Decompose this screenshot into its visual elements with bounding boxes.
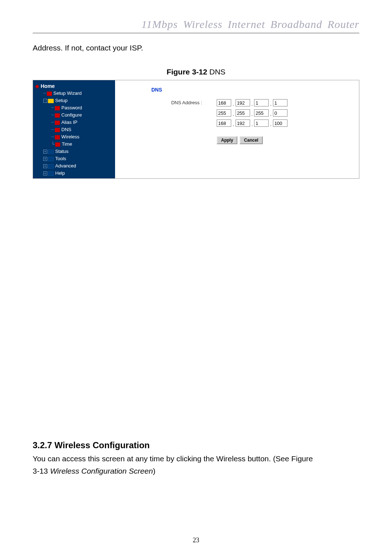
sidebar-item-password[interactable]: ┈Password (35, 104, 115, 112)
dns-2-octet-1[interactable] (217, 109, 231, 117)
expand-icon[interactable]: + (43, 164, 47, 168)
doc-icon (55, 128, 60, 132)
doc-icon (55, 142, 60, 147)
figure: ◆Home ┈Setup Wizard −Setup ┈Password ┈Co… (33, 80, 359, 179)
dns-row-2: . . . (217, 109, 287, 117)
sidebar-item-label: Setup (55, 98, 68, 103)
dot: . (232, 101, 234, 107)
dot: . (270, 122, 272, 127)
sidebar-item-label: Time (62, 141, 72, 147)
dns-row-1: . . . (217, 99, 287, 106)
folder-closed-icon (48, 164, 54, 169)
sidebar: ◆Home ┈Setup Wizard −Setup ┈Password ┈Co… (33, 80, 115, 178)
sidebar-item-wireless[interactable]: ┈Wireless (35, 133, 115, 141)
sidebar-item-tools[interactable]: +Tools (35, 155, 115, 162)
dns-address-label: DNS Address : (151, 99, 202, 105)
sidebar-home[interactable]: ◆Home (35, 83, 115, 89)
dot: . (232, 122, 234, 127)
doc-icon (55, 135, 60, 139)
sidebar-item-label: Setup Wizard (53, 90, 82, 96)
sidebar-item-label: Advanced (55, 163, 76, 169)
apply-button[interactable]: Apply (217, 136, 237, 144)
section-body-3: ) (153, 467, 155, 475)
main-panel: DNS DNS Address : . . . . . . . . (115, 80, 359, 178)
sidebar-item-help[interactable]: +Help (35, 170, 115, 177)
dot: . (251, 122, 253, 127)
dns-1-octet-1[interactable] (217, 99, 231, 106)
sidebar-item-setup-wizard[interactable]: ┈Setup Wizard (35, 90, 115, 97)
dns-3-octet-1[interactable] (217, 119, 231, 127)
dot: . (251, 112, 253, 117)
dot: . (251, 101, 253, 107)
dns-2-octet-2[interactable] (236, 109, 250, 117)
sidebar-item-dns[interactable]: ┈DNS (35, 126, 115, 133)
section-body: You can access this screen at any time b… (33, 453, 359, 477)
dns-3-octet-2[interactable] (236, 119, 250, 127)
intro-text: Address. If not, contact your ISP. (33, 44, 359, 52)
sidebar-item-time[interactable]: └Time (35, 141, 115, 148)
sidebar-item-label: DNS (61, 127, 71, 132)
folder-open-icon (48, 99, 54, 103)
dns-3-octet-3[interactable] (254, 119, 269, 127)
sidebar-item-label: Help (55, 170, 65, 176)
dot: . (232, 112, 234, 117)
sidebar-item-label: Status (55, 149, 69, 154)
expand-icon[interactable]: + (43, 150, 47, 154)
expand-icon[interactable]: + (43, 157, 47, 161)
expand-icon[interactable]: + (43, 171, 47, 175)
folder-closed-icon (48, 150, 54, 154)
doc-icon (55, 106, 60, 110)
doc-icon (55, 113, 60, 118)
page-header: 11Mbps Wireless Internet Broadband Route… (33, 18, 359, 33)
dns-row-3: . . . (217, 119, 287, 127)
doc-icon (47, 92, 52, 96)
dns-3-octet-4[interactable] (273, 119, 287, 127)
collapse-icon[interactable]: − (43, 99, 47, 103)
section-body-1: You can access this screen at any time b… (33, 454, 313, 463)
dns-1-octet-4[interactable] (273, 99, 287, 106)
panel-title: DNS (151, 87, 352, 93)
home-label: Home (41, 83, 55, 89)
figure-caption: Figure 3-12 DNS (33, 68, 359, 76)
folder-closed-icon (48, 171, 54, 176)
dot: . (270, 101, 272, 107)
sidebar-item-label: Password (61, 105, 82, 110)
sidebar-item-advanced[interactable]: +Advanced (35, 162, 115, 170)
cancel-button[interactable]: Cancel (240, 136, 262, 144)
sidebar-item-label: Alias IP (61, 119, 77, 125)
sidebar-item-alias-ip[interactable]: ┈Alias IP (35, 119, 115, 126)
folder-closed-icon (48, 157, 54, 161)
sidebar-item-setup[interactable]: −Setup (35, 97, 115, 104)
dns-1-octet-2[interactable] (236, 99, 250, 106)
sidebar-item-label: Tools (55, 156, 66, 161)
section-heading: 3.2.7 Wireless Configuration (33, 440, 359, 450)
sidebar-item-label: Wireless (61, 134, 79, 139)
sidebar-item-configure[interactable]: ┈Configure (35, 112, 115, 119)
section-body-2: 3-13 (33, 467, 50, 475)
dns-2-octet-3[interactable] (254, 109, 269, 117)
dns-1-octet-3[interactable] (254, 99, 269, 106)
dns-2-octet-4[interactable] (273, 109, 287, 117)
dot: . (270, 112, 272, 117)
section-body-italic: Wireless Configuration Screen (50, 467, 153, 475)
page-number: 23 (0, 536, 392, 544)
sidebar-item-status[interactable]: +Status (35, 148, 115, 155)
home-icon: ◆ (35, 83, 39, 89)
figure-caption-bold: Figure 3-12 (167, 68, 207, 76)
sidebar-item-label: Configure (61, 112, 82, 118)
figure-caption-rest: DNS (207, 68, 225, 76)
doc-icon (55, 121, 60, 125)
